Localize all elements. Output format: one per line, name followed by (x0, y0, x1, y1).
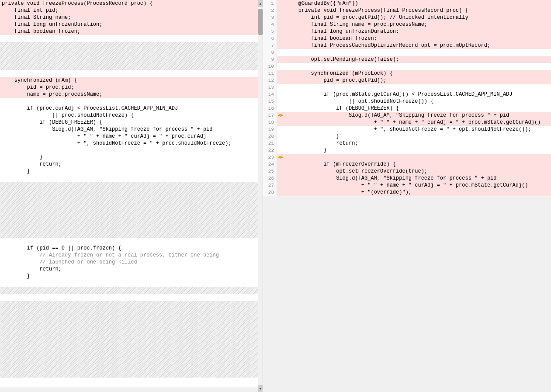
right-line-text-9: opt.setPendingFreeze(false); (284, 56, 551, 63)
line-number-26: 26 (263, 175, 277, 182)
line-marker-14 (277, 91, 284, 98)
left-line-text-3: final String name; (0, 14, 258, 21)
line-number-14: 14 (263, 91, 277, 98)
line-number-10: 10 (263, 63, 277, 70)
line-marker-19 (277, 126, 284, 133)
right-line-text-22: } (284, 147, 551, 154)
right-horizontal-scrollbar[interactable] (263, 196, 551, 392)
right-line-11: 11 synchronized (mProcLock) { (263, 70, 551, 77)
left-line-4: final long unfrozenDuration; (0, 21, 258, 28)
left-line-42 (0, 287, 258, 294)
scroll-up-arrow[interactable]: ▲ (258, 0, 263, 7)
right-line-26: 26 Slog.d(TAG_AM, "Skipping freeze for p… (263, 175, 551, 182)
left-line-text-10 (0, 63, 258, 70)
scrollbar-thumb[interactable] (258, 9, 263, 35)
line-number-17: 17 (263, 112, 277, 119)
left-line-27 (0, 182, 258, 189)
right-line-3: 3 int pid = proc.getPid(); // Unlocked i… (263, 14, 551, 21)
left-line-19: Slog.d(TAG_AM, "Skipping freeze for proc… (0, 126, 258, 133)
left-line-text-42 (0, 287, 258, 294)
right-line-9: 9 opt.setPendingFreeze(false); (263, 56, 551, 63)
left-line-text-28 (0, 189, 258, 196)
line-marker-11 (277, 70, 284, 77)
right-line-text-28: + "(override)"); (284, 189, 551, 196)
line-number-21: 21 (263, 140, 277, 147)
left-line-text-49 (0, 336, 258, 343)
left-line-31 (0, 210, 258, 217)
right-line-17: 17◄► Slog.d(TAG_AM, "Skipping freeze for… (263, 112, 551, 119)
left-line-text-43 (0, 294, 258, 301)
left-line-text-54 (0, 371, 258, 378)
line-marker-3 (277, 14, 284, 21)
line-number-13: 13 (263, 84, 277, 91)
left-line-text-8 (0, 49, 258, 56)
line-marker-21 (277, 140, 284, 147)
left-line-text-36: if (pid == 0 || proc.frozen) { (0, 245, 258, 252)
left-line-text-13: pid = proc.pid; (0, 84, 258, 91)
left-line-37: // Already frozen or not a real process,… (0, 252, 258, 259)
left-line-text-31 (0, 210, 258, 217)
left-line-text-6 (0, 35, 258, 42)
right-line-28: 28 + "(override)"); (263, 189, 551, 196)
right-line-7: 7 final ProcessCachedOptimizerRecord opt… (263, 42, 551, 49)
left-line-29 (0, 196, 258, 203)
right-line-25: 25 opt.setFreezerOverride(true); (263, 168, 551, 175)
left-line-11 (0, 70, 258, 77)
left-line-22 (0, 147, 258, 154)
left-line-40: } (0, 273, 258, 280)
right-line-15: 15 || opt.shouldNotFreeze()) { (263, 98, 551, 105)
scroll-down-arrow[interactable]: ▼ (258, 385, 263, 392)
left-line-30 (0, 203, 258, 210)
left-line-38: // launched or one being killed (0, 259, 258, 266)
left-line-28 (0, 189, 258, 196)
right-line-16: 16 if (DEBUG_FREEZER) { (263, 105, 551, 112)
left-line-text-30 (0, 203, 258, 210)
left-line-13: pid = proc.pid; (0, 84, 258, 91)
left-line-18: if (DEBUG_FREEZER) { (0, 119, 258, 126)
left-line-3: final String name; (0, 14, 258, 21)
right-line-text-24: if (mFreezerOverride) { (284, 161, 551, 168)
left-line-text-17: || proc.shouldNotFreeze) { (0, 112, 258, 119)
right-line-text-5: final long unfrozenDuration; (284, 28, 551, 35)
left-line-9 (0, 56, 258, 63)
line-number-16: 16 (263, 105, 277, 112)
line-number-22: 22 (263, 147, 277, 154)
line-number-19: 19 (263, 126, 277, 133)
right-line-text-11: synchronized (mProcLock) { (284, 70, 551, 77)
left-line-33 (0, 224, 258, 231)
left-line-text-32 (0, 217, 258, 224)
left-line-text-18: if (DEBUG_FREEZER) { (0, 119, 258, 126)
right-line-text-10 (284, 63, 551, 70)
right-code-scroll[interactable]: 1 @GuardedBy({"mAm"})2 private void free… (263, 0, 551, 196)
line-number-7: 7 (263, 42, 277, 49)
left-line-25: } (0, 168, 258, 175)
line-marker-13 (277, 84, 284, 91)
left-line-text-46 (0, 315, 258, 322)
line-number-18: 18 (263, 119, 277, 126)
left-line-text-26 (0, 175, 258, 182)
left-horizontal-scrollbar[interactable] (0, 387, 258, 392)
left-line-15 (0, 98, 258, 105)
right-line-text-13 (284, 84, 551, 91)
left-line-49 (0, 336, 258, 343)
left-line-text-48 (0, 329, 258, 336)
right-line-19: 19 + ", shouldNotFreeze = " + opt.should… (263, 126, 551, 133)
right-line-text-6: final boolean frozen; (284, 35, 551, 42)
left-line-44 (0, 301, 258, 308)
center-scrollbar[interactable]: ▲ ▼ (258, 0, 263, 392)
line-number-15: 15 (263, 98, 277, 105)
left-code-scroll[interactable]: private void freezeProcess(ProcessRecord… (0, 0, 258, 387)
right-line-text-17: Slog.d(TAG_AM, "Skipping freeze for proc… (284, 112, 551, 119)
right-line-18: 18 + " " + name + " curAdj = " + proc.mS… (263, 119, 551, 126)
left-line-text-33 (0, 224, 258, 231)
left-line-1: private void freezeProcess(ProcessRecord… (0, 0, 258, 7)
right-line-text-4: final String name = proc.processName; (284, 21, 551, 28)
line-number-6: 6 (263, 35, 277, 42)
diff-view: private void freezeProcess(ProcessRecord… (0, 0, 551, 392)
left-line-text-14: name = proc.processName; (0, 91, 258, 98)
line-number-23: 23 (263, 154, 277, 161)
left-line-text-44 (0, 301, 258, 308)
left-line-14: name = proc.processName; (0, 91, 258, 98)
left-line-text-2: final int pid; (0, 7, 258, 14)
left-line-24: return; (0, 161, 258, 168)
